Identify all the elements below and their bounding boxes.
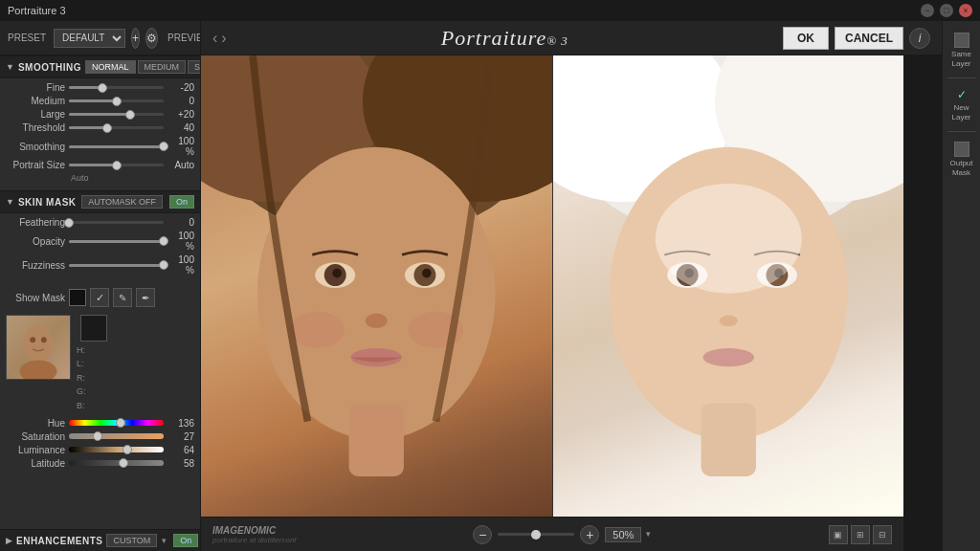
zoom-out-button[interactable]: −	[473, 525, 492, 544]
view-side-button[interactable]: ⊟	[873, 525, 892, 544]
medium-label: Medium	[6, 96, 65, 106]
svg-rect-24	[701, 403, 755, 476]
svg-point-32	[702, 348, 754, 366]
saturation-label: Saturation	[6, 431, 65, 442]
imagenomic-logo: IMAGENOMIC portraiture at distillerconf	[212, 525, 297, 544]
hue-thumb[interactable]	[116, 418, 125, 428]
luminance-slider-row: Luminance 64	[6, 445, 194, 455]
zoom-in-button[interactable]: +	[580, 525, 599, 544]
add-preset-button[interactable]: +	[131, 28, 140, 49]
svg-point-15	[422, 269, 432, 278]
skin-color-swatch[interactable]	[80, 315, 107, 342]
right-panel: Same Layer ✓ New Layer Output Mask	[942, 21, 980, 551]
ok-button[interactable]: OK	[783, 27, 829, 50]
saturation-slider-row: Saturation 27	[6, 431, 194, 442]
enhancements-title: ENHANCEMENTS	[16, 536, 102, 546]
smoothing-value: 100 %	[167, 136, 194, 157]
hue-track[interactable]	[69, 420, 164, 426]
svg-point-16	[366, 314, 388, 328]
before-face-svg	[201, 55, 552, 517]
nav-forward-icon[interactable]: ›	[221, 30, 226, 47]
zoom-slider[interactable]	[498, 533, 574, 536]
info-button[interactable]: i	[909, 28, 930, 49]
skin-mask-sliders: Feathering 0 Opacity 100 % Fuzziness	[0, 213, 200, 284]
maximize-button[interactable]: □	[940, 4, 953, 17]
output-mask-item[interactable]: Output Mask	[943, 138, 980, 181]
canvas-images	[201, 55, 903, 517]
large-slider-row: Large +20	[6, 109, 194, 120]
saturation-thumb[interactable]	[93, 431, 102, 441]
svg-rect-9	[349, 403, 404, 476]
hsl-sliders-container: Hue 136 Saturation 27 Luminance	[0, 416, 200, 475]
enhancements-arrow-icon: ▶	[6, 536, 12, 545]
new-layer-check-icon: ✓	[957, 88, 967, 101]
show-mask-brush-button[interactable]: ✎	[113, 288, 132, 307]
close-button[interactable]: ×	[959, 4, 972, 17]
opacity-label: Opacity	[6, 236, 65, 247]
fine-slider-row: Fine -20	[6, 82, 194, 93]
preset-label: PRESET	[8, 33, 46, 43]
fuzziness-slider-row: Fuzziness 100 %	[6, 254, 194, 276]
preset-select[interactable]: DEFAULT	[54, 29, 125, 48]
show-mask-dropper-button[interactable]: ✒	[136, 288, 155, 307]
skin-mask-on-button[interactable]: On	[169, 195, 194, 209]
bottom-bar: IMAGENOMIC portraiture at distillerconf …	[201, 517, 903, 551]
hue-label: Hue	[6, 418, 65, 429]
show-mask-check-button[interactable]: ✓	[90, 288, 109, 307]
latitude-track[interactable]	[69, 460, 164, 466]
logo-sub: portraiture at distillerconf	[212, 536, 297, 544]
main-layout: PRESET DEFAULT + ⚙ PREVIEW ↺ ↻ ▼ SMOOTHI…	[0, 21, 980, 551]
luminance-thumb[interactable]	[122, 445, 132, 454]
zoom-dropdown-arrow-icon[interactable]: ▼	[644, 530, 652, 539]
enhancements-on-button[interactable]: On	[173, 534, 198, 547]
minimize-button[interactable]: −	[921, 4, 934, 17]
medium-track	[69, 99, 164, 102]
smoothing-mode-buttons: NORMAL MEDIUM STRONG	[85, 60, 201, 74]
logo-text: IMAGENOMIC	[212, 525, 297, 536]
smoothing-sliders: Fine -20 Medium 0 Large	[0, 78, 200, 190]
smoothing-section-header[interactable]: ▼ SMOOTHING NORMAL MEDIUM STRONG	[0, 55, 200, 78]
opacity-track	[69, 240, 164, 243]
nav-arrows: ‹ ›	[212, 30, 227, 47]
latitude-label: Latitude	[6, 458, 65, 469]
settings-button[interactable]: ⚙	[145, 28, 158, 49]
saturation-value: 27	[167, 431, 194, 442]
app-title: Portraiture® 3	[441, 26, 568, 51]
output-mask-icon	[954, 142, 969, 157]
portrait-size-track	[69, 164, 164, 166]
medium-mode-button[interactable]: MEDIUM	[138, 60, 187, 74]
automask-button[interactable]: AUTOMASK OFF	[81, 195, 163, 209]
header-buttons: OK CANCEL i	[783, 27, 930, 50]
show-mask-black-swatch[interactable]	[69, 289, 86, 306]
latitude-thumb[interactable]	[119, 458, 128, 468]
same-layer-item[interactable]: Same Layer	[943, 29, 980, 72]
normal-mode-button[interactable]: NORMAL	[85, 60, 136, 74]
latitude-slider-row: Latitude 58	[6, 458, 194, 469]
skin-mask-arrow-icon: ▼	[6, 197, 14, 207]
color-picker-area: H: L: R: G: B:	[0, 311, 200, 416]
feathering-slider-row: Feathering 0	[6, 217, 194, 228]
view-split-button[interactable]: ⊞	[851, 525, 870, 544]
opacity-value: 100 %	[167, 231, 194, 252]
view-single-button[interactable]: ▣	[829, 525, 848, 544]
fine-value: -20	[167, 82, 194, 93]
canvas-top-bar: ‹ › Portraiture® 3 OK CANCEL i	[201, 21, 942, 55]
before-canvas	[201, 55, 552, 517]
large-value: +20	[167, 109, 194, 120]
custom-button[interactable]: CUSTOM	[106, 534, 157, 547]
zoom-thumb[interactable]	[531, 530, 541, 540]
luminance-track[interactable]	[69, 447, 164, 452]
svg-point-17	[350, 348, 402, 366]
strong-mode-button[interactable]: STRONG	[188, 60, 201, 74]
before-image	[201, 55, 552, 517]
saturation-track[interactable]	[69, 433, 164, 439]
medium-value: 0	[167, 96, 194, 106]
cancel-button[interactable]: CANCEL	[835, 27, 903, 50]
output-mask-label: Output Mask	[945, 159, 978, 177]
smoothing-title: SMOOTHING	[18, 62, 81, 73]
fuzziness-label: Fuzziness	[6, 260, 65, 271]
enhancements-header[interactable]: ▶ ENHANCEMENTS CUSTOM ▼ On	[0, 529, 200, 551]
zoom-percent[interactable]: 50%	[605, 527, 641, 542]
nav-back-icon[interactable]: ‹	[212, 30, 217, 47]
new-layer-item[interactable]: ✓ New Layer	[943, 84, 980, 125]
